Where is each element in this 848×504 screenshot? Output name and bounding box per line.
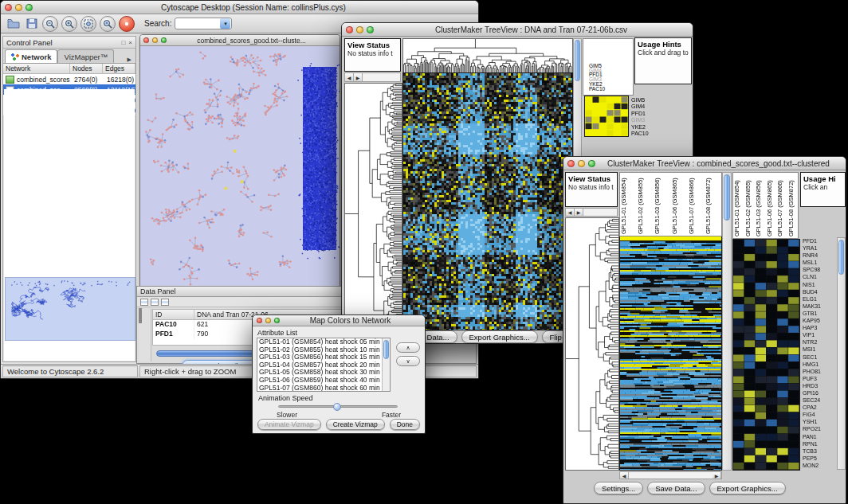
open-file-icon[interactable] [6, 16, 21, 31]
scrollbar-thumb[interactable] [838, 240, 844, 275]
scroll-right-icon[interactable]: ▶ [575, 209, 583, 216]
row-dendrogram[interactable] [345, 84, 402, 330]
scroll-track[interactable] [629, 472, 713, 479]
heatmap-hscrollbar[interactable]: ◀ ▶ [619, 471, 722, 479]
zoom-heatmap[interactable] [733, 240, 799, 470]
correlation-matrix[interactable] [585, 96, 628, 136]
minimize-button[interactable] [356, 26, 363, 33]
treeview-window-combined: ClusterMaker TreeView : combined_scores_… [563, 156, 846, 504]
zoom-out-icon[interactable] [42, 16, 58, 32]
zoom-fit-icon[interactable] [80, 16, 96, 32]
move-up-button[interactable]: ∧ [396, 342, 420, 353]
save-icon[interactable] [24, 16, 39, 31]
button-export-graphics[interactable]: Export Graphics... [461, 330, 538, 343]
gene-list-scrollbar[interactable] [837, 237, 846, 470]
search-dropdown-icon[interactable]: ▾ [220, 18, 230, 29]
minimize-button[interactable] [578, 160, 585, 167]
close-button[interactable] [257, 318, 262, 323]
row-dendrogram[interactable] [566, 218, 618, 470]
gene-label: PFD1 [803, 237, 836, 244]
scroll-left-icon[interactable]: ◀ [345, 73, 354, 81]
network-list-row[interactable]: combined_scores2764(0)16218(0) [3, 74, 135, 84]
zoom-button[interactable] [161, 37, 167, 43]
treeview1-titlebar[interactable]: ClusterMaker TreeView : DNA and Tran 07-… [342, 23, 693, 37]
button-save-data[interactable]: Save Data... [647, 482, 705, 494]
attribute-list-label: Attribute List [257, 329, 297, 337]
zoom-button[interactable] [274, 318, 280, 323]
minimize-button[interactable] [15, 4, 22, 11]
window-controls[interactable] [5, 4, 33, 11]
scroll-track[interactable] [583, 209, 617, 216]
column-dendrogram[interactable] [403, 39, 572, 72]
more-tabs-icon[interactable]: ▶ [125, 57, 134, 63]
scrollbar-thumb[interactable] [383, 340, 389, 359]
chart-view-icon[interactable] [140, 308, 142, 323]
close-button[interactable] [143, 37, 149, 43]
move-down-button[interactable]: ∨ [396, 356, 420, 366]
heatmap[interactable] [620, 241, 721, 470]
minimize-button[interactable] [152, 37, 158, 43]
network-view-window-controls[interactable] [143, 37, 167, 43]
tab-network[interactable]: Network [5, 49, 57, 63]
birdseye-view[interactable] [5, 277, 135, 341]
heatmap-vscrollbar[interactable] [722, 172, 732, 471]
minimize-button[interactable] [265, 318, 271, 323]
close-button[interactable] [567, 160, 575, 167]
zoom-selected-icon[interactable] [100, 16, 116, 32]
zoom-in-icon[interactable] [61, 16, 77, 32]
attribute-list-item[interactable]: GPL51-07 (GSM860) heat shock 60 min [257, 385, 390, 392]
faster-label: Faster [382, 411, 401, 419]
annotation-icon[interactable] [119, 16, 135, 32]
button-export-graphics[interactable]: Export Graphics... [709, 482, 786, 494]
zoom-button[interactable] [26, 4, 33, 11]
attribute-select-icon[interactable] [140, 299, 148, 306]
button-settings[interactable]: Settings... [594, 482, 643, 494]
zoom-column-labels: GPL51-01 (GSM854)GPL51-02 (GSM855)GPL51-… [732, 172, 799, 239]
window-controls[interactable] [567, 160, 595, 167]
slider-thumb[interactable] [333, 403, 341, 411]
close-panel-icon[interactable]: × [128, 39, 132, 46]
network-graph-canvas[interactable] [140, 46, 340, 287]
scroll-left-icon[interactable]: ◀ [620, 472, 629, 479]
attribute-list-scrollbar[interactable] [382, 338, 390, 391]
window-controls[interactable] [346, 26, 374, 33]
attribute-create-icon[interactable] [151, 299, 159, 306]
tab-vizmapper[interactable]: VizMapper™ [57, 49, 114, 63]
network-view-titlebar[interactable]: combined_scores_good.txt--cluste... [140, 35, 340, 46]
slower-label: Slower [277, 411, 297, 419]
scroll-left-icon[interactable]: ◀ [566, 209, 575, 216]
window-controls[interactable] [257, 318, 280, 323]
gene-label: GTB1 [803, 310, 836, 317]
column-label: GPL51-03 (GSM856) [654, 173, 670, 236]
button-animate-vizmap[interactable]: Animate Vizmap [257, 419, 321, 430]
button-done[interactable]: Done [390, 419, 420, 430]
treeview2-titlebar[interactable]: ClusterMaker TreeView : combined_scores_… [563, 157, 846, 170]
close-button[interactable] [5, 4, 12, 11]
scroll-track[interactable] [363, 73, 400, 81]
usage-hints-box: Usage Hi Click an [800, 172, 846, 207]
column-label: GPL51-03 (GSM856) [755, 173, 766, 238]
gene-label: TCB3 [803, 447, 836, 455]
attribute-list[interactable]: GPL51-01 (GSM854) heat shock 05 minGPL51… [257, 338, 391, 392]
heatmap[interactable] [403, 73, 572, 330]
search-input[interactable]: ▾ [175, 18, 232, 29]
close-button[interactable] [346, 26, 353, 33]
scrollbar-thumb[interactable] [724, 174, 730, 221]
gene-label: SEC1 [803, 354, 836, 361]
animation-speed-slider[interactable] [278, 405, 398, 408]
attribute-delete-icon[interactable] [161, 299, 169, 306]
scrollbar-thumb[interactable] [575, 40, 580, 81]
row-dendrogram-hscrollbar[interactable]: ◀ ▶ [344, 72, 401, 82]
row-dendrogram-hscrollbar[interactable]: ◀ ▶ [565, 208, 618, 217]
float-panel-icon[interactable]: □ [121, 39, 125, 46]
button-create-vizmap[interactable]: Create Vizmap [326, 419, 385, 430]
map-dialog-title: Map Colors to Network [280, 316, 421, 325]
zoom-button[interactable] [588, 160, 595, 167]
scroll-right-icon[interactable]: ▶ [713, 472, 721, 479]
main-window-titlebar[interactable]: Cytoscape Desktop (Session Name: collins… [1, 1, 478, 14]
scroll-right-icon[interactable]: ▶ [354, 73, 363, 81]
attribute-list-items: GPL51-01 (GSM854) heat shock 05 minGPL51… [257, 338, 390, 392]
map-dialog-titlebar[interactable]: Map Colors to Network [253, 315, 425, 326]
heatmap-panel [402, 72, 573, 330]
zoom-button[interactable] [367, 26, 374, 33]
